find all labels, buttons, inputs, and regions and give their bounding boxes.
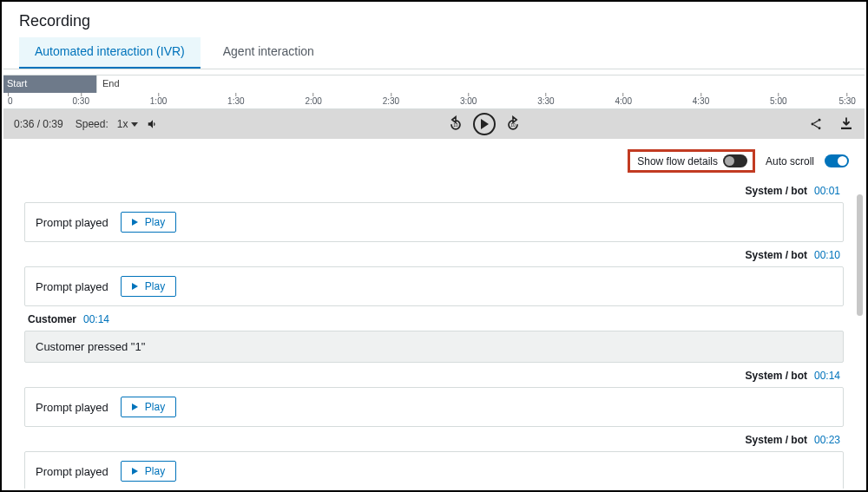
transcript-text: Prompt played <box>36 216 108 229</box>
transcript-row: Prompt played Play <box>24 202 844 242</box>
speed-label: Speed: <box>76 118 108 130</box>
timestamp: 00:14 <box>83 313 109 325</box>
tab-automated-ivr[interactable]: Automated interaction (IVR) <box>19 37 201 69</box>
tick: 2:00 <box>305 93 321 106</box>
tick: 3:00 <box>460 93 477 106</box>
timestamp: 00:14 <box>814 370 840 382</box>
transcript-text: Prompt played <box>36 465 108 478</box>
svg-rect-5 <box>841 128 852 129</box>
rewind-10-icon[interactable]: 10 <box>447 115 464 133</box>
transcript-text: Prompt played <box>36 401 108 414</box>
svg-text:10: 10 <box>453 122 458 128</box>
play-label: Play <box>145 216 165 228</box>
chevron-down-icon <box>131 122 138 127</box>
transcript-row: Prompt played Play <box>24 451 844 489</box>
speaker-label: System / bot <box>746 249 807 261</box>
transcript-row: Customer pressed "1" <box>24 331 844 363</box>
speaker-label: Customer <box>28 313 76 325</box>
page-title: Recording <box>3 3 865 37</box>
tab-agent-interaction[interactable]: Agent interaction <box>207 37 330 69</box>
timeline-end-segment: End <box>97 75 865 93</box>
play-icon <box>132 219 138 226</box>
auto-scroll-label: Auto scroll <box>766 155 814 167</box>
playback-time: 0:36 / 0:39 <box>14 118 63 130</box>
speed-value: 1x <box>117 118 128 130</box>
tick: 2:30 <box>383 93 399 106</box>
toggle-row: Show flow details Auto scroll <box>3 139 865 174</box>
tick: 4:30 <box>693 93 709 106</box>
show-flow-details-highlight: Show flow details <box>628 149 755 173</box>
timeline-segments[interactable]: Start End <box>3 75 865 93</box>
transcript-text: Customer pressed "1" <box>36 340 145 353</box>
share-icon[interactable] <box>809 117 823 131</box>
transcript-row: Prompt played Play <box>24 387 844 427</box>
play-icon <box>132 403 138 410</box>
svg-point-3 <box>812 123 814 126</box>
timeline-start-segment: Start <box>3 75 97 93</box>
svg-text:10: 10 <box>510 122 516 128</box>
speed-select[interactable]: 1x <box>117 118 139 130</box>
svg-point-4 <box>819 127 821 129</box>
row-meta: System / bot 00:14 <box>19 370 840 382</box>
tick: 1:00 <box>150 93 167 106</box>
play-prompt-button[interactable]: Play <box>121 461 176 482</box>
transcript-text: Prompt played <box>36 280 108 293</box>
show-flow-details-toggle[interactable] <box>723 154 747 167</box>
speaker-label: System / bot <box>746 185 807 197</box>
play-label: Play <box>145 280 165 292</box>
play-prompt-button[interactable]: Play <box>121 212 176 233</box>
auto-scroll-toggle[interactable] <box>825 154 849 167</box>
play-label: Play <box>145 465 165 477</box>
transcript-row: Prompt played Play <box>24 266 844 306</box>
timestamp: 00:23 <box>814 434 840 446</box>
row-meta: System / bot 00:23 <box>19 434 840 446</box>
player-bar: 0:36 / 0:39 Speed: 1x 10 10 <box>3 109 865 139</box>
row-meta: System / bot 00:10 <box>19 249 840 261</box>
play-icon <box>132 468 138 475</box>
speaker-label: System / bot <box>746 370 807 382</box>
row-meta: System / bot 00:01 <box>19 185 840 197</box>
speaker-label: System / bot <box>746 434 807 446</box>
show-flow-details-label: Show flow details <box>637 155 718 167</box>
download-icon[interactable] <box>838 116 854 132</box>
transcript: System / bot 00:01 Prompt played Play Sy… <box>3 174 865 489</box>
row-meta: Customer 00:14 <box>28 313 840 325</box>
tick: 3:30 <box>537 93 554 106</box>
tabs: Automated interaction (IVR) Agent intera… <box>3 37 865 69</box>
play-prompt-button[interactable]: Play <box>121 397 176 417</box>
play-label: Play <box>145 401 165 413</box>
tick: 0 <box>8 93 13 106</box>
tick: 4:00 <box>615 93 632 106</box>
tick: 1:30 <box>227 93 244 106</box>
tick: 5:00 <box>770 93 786 106</box>
timeline-ruler: 0 0:30 1:00 1:30 2:00 2:30 3:00 3:30 4:0… <box>3 93 865 108</box>
svg-point-2 <box>819 119 821 121</box>
scrollbar[interactable] <box>857 194 863 316</box>
timestamp: 00:01 <box>814 185 840 197</box>
play-prompt-button[interactable]: Play <box>121 276 176 297</box>
tick: 0:30 <box>73 93 89 106</box>
forward-10-icon[interactable]: 10 <box>504 115 522 133</box>
timestamp: 00:10 <box>814 249 840 261</box>
volume-icon[interactable] <box>147 118 159 130</box>
play-icon <box>132 283 138 290</box>
timeline: Start End 0 0:30 1:00 1:30 2:00 2:30 3:0… <box>3 75 865 109</box>
play-icon <box>481 119 489 129</box>
play-button[interactable] <box>473 113 496 135</box>
tick: 5:30 <box>838 93 855 106</box>
